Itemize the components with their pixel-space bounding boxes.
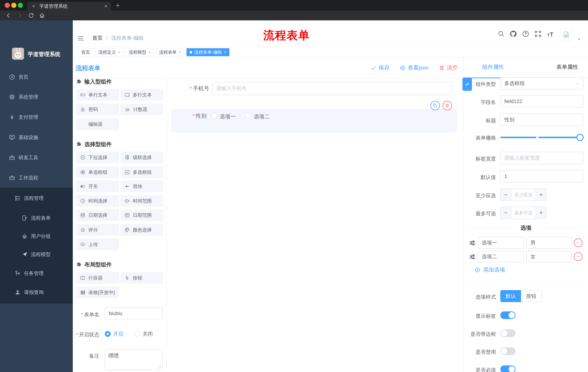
avatar[interactable] [560,29,572,41]
component-counter[interactable]: 计数器 [120,104,163,115]
search-icon[interactable] [497,30,505,37]
remark-textarea[interactable]: 嘿嘿 [105,350,163,370]
delete-component-button[interactable] [442,101,452,110]
copy-component-button[interactable] [430,101,440,110]
hamburger-icon[interactable] [77,35,84,42]
clear-button[interactable]: 清空 [439,64,458,72]
remove-option2-button[interactable]: − [574,252,583,261]
sidebar-item-payment[interactable]: 支付管理 [0,108,82,127]
component-rate[interactable]: 评分 [76,224,119,236]
component-table[interactable]: 表格[开发中] [76,287,119,298]
option1-label-input[interactable]: 选项一 [478,237,524,249]
font-size-icon[interactable] [546,30,555,38]
style-default-button[interactable]: 默认 [500,290,521,302]
checkbox-option2[interactable] [246,113,251,118]
tag-process-definition[interactable]: 流程定义× [95,48,124,56]
stepper-minus-button[interactable]: − [501,207,511,219]
sidebar-item-infra[interactable]: 基础设施 [0,128,82,147]
max-select-input[interactable]: 最多可选 [511,207,536,219]
grid-slider-handle[interactable] [576,134,584,141]
tag-close-icon[interactable]: × [179,50,181,55]
help-icon[interactable] [522,30,529,38]
form-name-input[interactable]: biubiu [105,307,163,319]
radio-selected-icon[interactable] [105,331,111,337]
new-tab-button[interactable]: + [116,1,120,10]
sidebar-item-devtools[interactable]: 研发工具 [0,148,82,167]
status-radio-on[interactable]: 开启 [105,330,123,337]
component-date-picker[interactable]: 日期选择 [76,209,119,221]
component-slider[interactable]: 滑块 [120,181,163,192]
back-icon[interactable] [5,12,12,19]
tab-component-props[interactable]: 组件属性 [475,63,511,71]
add-option-button[interactable]: 添加选项 [474,266,505,274]
tab-form-props[interactable]: 表单属性 [551,63,584,71]
option2-label-input[interactable]: 选项二 [478,251,524,262]
avatar-caret-down-icon[interactable] [576,36,582,42]
component-type-select[interactable]: 多选框组 [500,77,583,90]
github-icon[interactable] [509,30,517,38]
breadcrumb-home[interactable]: 首页 [92,35,103,42]
border-switch[interactable] [500,329,515,337]
stepper-minus-button[interactable]: − [501,189,511,201]
stepper-plus-button[interactable]: + [536,189,546,201]
component-switch[interactable]: 开关 [76,181,119,192]
stepper-plus-button[interactable]: + [536,207,546,219]
component-color-picker[interactable]: 颜色选择 [120,224,163,236]
disabled-switch[interactable] [500,347,515,355]
forward-icon[interactable] [17,12,23,19]
resize-handle-icon[interactable] [158,365,161,369]
component-multi-text[interactable]: 多行文本 [120,89,163,101]
component-checkbox-group[interactable]: 多选框组 [120,166,163,178]
view-json-button[interactable]: 查看json [400,64,429,72]
component-password[interactable]: 密码 [76,104,119,115]
remove-option1-button[interactable]: − [574,238,583,247]
home-icon[interactable] [39,12,45,19]
component-button[interactable]: 按钮 [120,272,163,284]
tag-close-icon[interactable]: × [148,50,151,55]
default-value-input[interactable]: 1 [500,170,583,182]
component-select[interactable]: 下拉选择 [76,152,119,163]
tag-close-icon[interactable]: × [118,50,120,55]
tag-close-icon[interactable]: × [224,50,227,55]
reload-icon[interactable] [28,12,34,19]
save-button[interactable]: 保存 [371,64,389,72]
component-time-picker[interactable]: 时间选择 [76,195,119,207]
phone-input[interactable]: 请输入手机号 [212,82,452,95]
option1-value-input[interactable]: 男 [526,237,572,249]
sidebar-item-workflow[interactable]: 工作流程 [0,168,82,187]
tag-process-form[interactable]: 流程表单× [156,48,184,56]
traffic-minimize-button[interactable] [11,3,16,8]
component-single-text[interactable]: 单行文本 [76,89,119,101]
component-editor[interactable]: 编辑器 [76,118,119,130]
browser-tab[interactable]: 芋道管理系统 × [27,2,111,11]
status-radio-off[interactable]: 关闭 [134,330,153,337]
grid-slider-track[interactable] [500,137,583,138]
tag-process-form-edit[interactable]: 流程表单-编辑× [187,48,230,56]
fullscreen-icon[interactable] [534,30,542,38]
tag-home[interactable]: 首页 [78,48,93,56]
label-width-input[interactable]: 请输入标签宽度 [500,152,583,164]
component-radio-group[interactable]: 单选框组 [76,166,119,178]
component-cascader[interactable]: 级联选择 [120,152,163,163]
tab-close-icon[interactable]: × [105,3,107,9]
sidebar-item-system[interactable]: 系统管理 [0,87,82,106]
drag-handle-icon[interactable] [469,253,476,260]
show-label-switch[interactable] [500,311,515,319]
min-select-stepper[interactable]: − 至少应选 + [500,189,546,201]
radio-unselected-icon[interactable] [134,331,140,337]
component-upload[interactable]: 上传 [76,239,119,250]
style-button-button[interactable]: 按钮 [521,290,542,302]
title-input[interactable]: 性别 [500,114,583,126]
field-name-input[interactable]: field122 [500,95,583,107]
traffic-close-button[interactable] [5,3,10,8]
traffic-zoom-button[interactable] [18,3,23,8]
drag-handle-icon[interactable] [469,240,476,246]
max-select-stepper[interactable]: − 最多可选 + [500,207,546,219]
component-date-range[interactable]: 日期范围 [120,209,163,221]
checkbox-option1[interactable] [211,113,217,118]
component-time-range[interactable]: 时间范围 [120,195,163,207]
component-row-container[interactable]: 行容器 [76,272,119,284]
selected-component-block[interactable]: *性别 选项一 选项二 [171,109,457,132]
required-switch[interactable] [500,365,515,372]
sidebar-item-home[interactable]: 首页 [0,67,82,86]
